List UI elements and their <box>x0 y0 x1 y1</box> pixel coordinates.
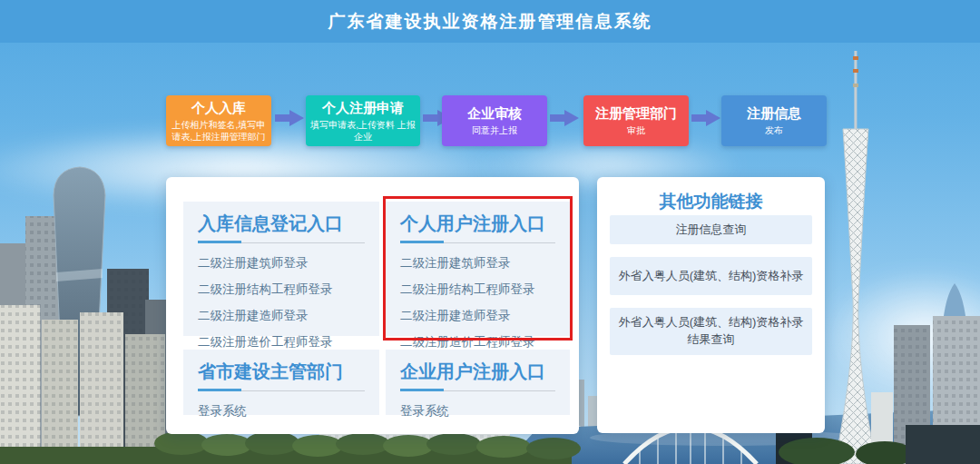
flow-step-subtitle: 同意并上报 <box>472 124 517 136</box>
section-gov-department: 省市建设主管部门 登录系统 <box>183 350 379 415</box>
section-personal-registration-entry: 个人用户注册入口 二级注册建筑师登录 二级注册结构工程师登录 二级注册建造师登录… <box>386 202 570 336</box>
section-enterprise-registration-entry: 企业用户注册入口 登录系统 <box>386 350 570 415</box>
link-cost-engineer-login[interactable]: 二级注册造价工程师登录 <box>400 334 555 350</box>
flow-step-title: 注册信息 <box>747 105 801 122</box>
link-gov-login-system[interactable]: 登录系统 <box>198 403 365 420</box>
link-structural-engineer-login[interactable]: 二级注册结构工程师登录 <box>400 281 555 298</box>
page-title: 广东省建设执业资格注册管理信息系统 <box>328 10 652 34</box>
link-constructor-login[interactable]: 二级注册建造师登录 <box>198 308 365 324</box>
flow-step-title: 个人注册申请 <box>322 100 404 116</box>
flow-step-subtitle: 上传相片和签名,填写申请表,上报注册管理部门 <box>170 119 268 143</box>
section-storage-entry: 入库信息登记入口 二级注册建筑师登录 二级注册结构工程师登录 二级注册建造师登录… <box>183 202 379 336</box>
section-title: 个人用户注册入口 <box>400 213 555 234</box>
link-enterprise-login-system[interactable]: 登录系统 <box>400 403 555 420</box>
link-structural-engineer-login[interactable]: 二级注册结构工程师登录 <box>198 281 365 298</box>
link-registration-info-query[interactable]: 注册信息查询 <box>610 215 812 244</box>
section-title: 入库信息登记入口 <box>198 213 365 234</box>
section-divider <box>198 390 365 391</box>
flow-step-personal-storage: 个人入库 上传相片和签名,填写申请表,上报注册管理部门 <box>166 95 271 146</box>
arrow-right-icon <box>691 110 720 126</box>
page: 广东省建设执业资格注册管理信息系统 个人入库 上传相片和签名,填写申请表,上报注… <box>0 0 980 464</box>
arrow-right-icon <box>275 110 304 126</box>
flow-step-title: 注册管理部门 <box>595 105 677 122</box>
flow-step-registration-authority: 注册管理部门 审批 <box>583 95 689 146</box>
app-header: 广东省建设执业资格注册管理信息系统 <box>0 0 980 43</box>
flow-step-registration-info: 注册信息 发布 <box>721 95 827 146</box>
flow-step-personal-registration: 个人注册申请 填写申请表,上传资料 上报企业 <box>306 95 420 146</box>
link-architect-login[interactable]: 二级注册建筑师登录 <box>400 255 555 271</box>
main-panel: 入库信息登记入口 二级注册建筑师登录 二级注册结构工程师登录 二级注册建造师登录… <box>166 177 579 434</box>
section-divider <box>400 242 555 243</box>
flow-step-title: 企业审核 <box>467 105 522 122</box>
link-architect-login[interactable]: 二级注册建筑师登录 <box>198 255 365 271</box>
side-panel-title: 其他功能链接 <box>597 190 825 213</box>
flow-step-enterprise-review: 企业审核 同意并上报 <box>442 95 547 146</box>
section-divider <box>400 390 555 391</box>
other-functions-panel: 其他功能链接 注册信息查询 外省入粤人员(建筑、结构)资格补录 外省入粤人员(建… <box>597 177 825 433</box>
section-title: 省市建设主管部门 <box>198 361 365 382</box>
section-divider <box>198 242 365 243</box>
flow-step-subtitle: 审批 <box>627 124 645 136</box>
link-constructor-login[interactable]: 二级注册建造师登录 <box>400 308 555 324</box>
arrow-right-icon <box>550 110 579 126</box>
link-qualification-supplement-result-query[interactable]: 外省入粤人员(建筑、结构)资格补录结果查询 <box>610 308 812 355</box>
link-qualification-supplement[interactable]: 外省入粤人员(建筑、结构)资格补录 <box>610 257 812 295</box>
flow-step-title: 个人入库 <box>191 100 246 116</box>
flow-step-subtitle: 发布 <box>765 124 783 136</box>
link-cost-engineer-login[interactable]: 二级注册造价工程师登录 <box>198 334 365 350</box>
section-title: 企业用户注册入口 <box>400 361 555 382</box>
flow-step-subtitle: 填写申请表,上传资料 上报企业 <box>309 119 416 143</box>
